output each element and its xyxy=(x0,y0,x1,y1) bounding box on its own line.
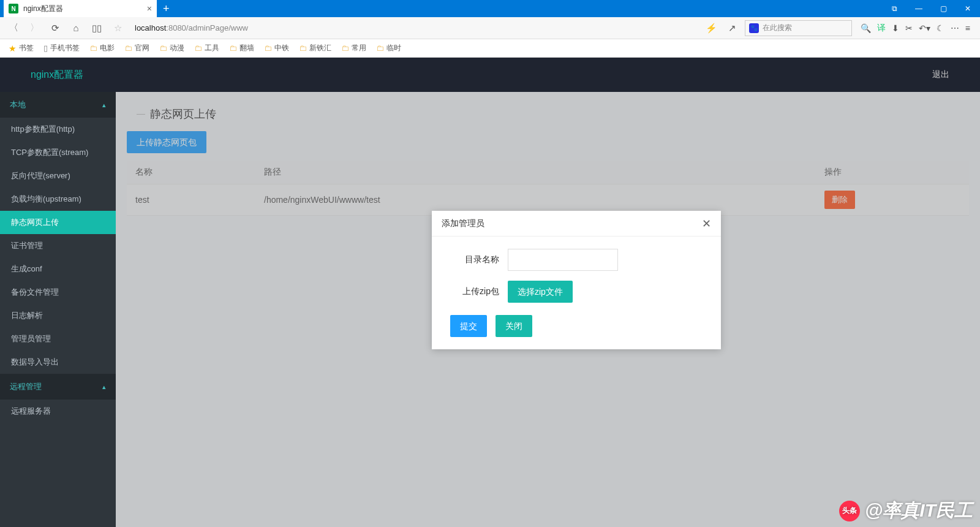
close-button[interactable]: 关闭 xyxy=(496,315,532,337)
add-admin-dialog: 添加管理员 ✕ 目录名称 上传zip包 选择zip文件 提交 关闭 xyxy=(432,211,721,349)
download-icon[interactable]: ⬇ xyxy=(892,23,899,33)
forward-button[interactable]: 〉 xyxy=(26,20,43,37)
app-logo: nginx配置器 xyxy=(31,69,83,82)
sidebar-item-logs[interactable]: 日志解析 xyxy=(0,304,116,327)
share-icon[interactable]: ↗ xyxy=(724,20,741,37)
back-button[interactable]: 〈 xyxy=(5,20,22,37)
logout-link[interactable]: 退出 xyxy=(932,69,949,80)
bookmark-folder[interactable]: 🗀中铁 xyxy=(260,42,293,55)
cut-icon[interactable]: ✂ xyxy=(905,23,913,33)
bookmark-folder[interactable]: 🗀电影 xyxy=(86,42,118,55)
bookmark-folder[interactable]: 🗀新铁汇 xyxy=(295,42,335,55)
sidebar-item-remote-server[interactable]: 远程服务器 xyxy=(0,400,116,423)
sidebar-item-server[interactable]: 反向代理(server) xyxy=(0,164,116,188)
bookmark-mobile[interactable]: ▯ 手机书签 xyxy=(40,42,83,55)
tab-title: nginx配置器 xyxy=(23,4,63,14)
dialog-header: 添加管理员 ✕ xyxy=(432,211,721,237)
phone-icon: ▯ xyxy=(43,44,48,53)
search-placeholder: 在此搜索 xyxy=(763,23,792,33)
sidebar-item-data[interactable]: 数据导入导出 xyxy=(0,351,116,374)
folder-icon: 🗀 xyxy=(341,44,349,53)
main-content: 静态网页上传 上传静态网页包 名称 路径 操作 test /home/nginx… xyxy=(116,92,980,527)
bookmark-folder[interactable]: 🗀翻墙 xyxy=(225,42,258,55)
sidebar-item-http[interactable]: http参数配置(http) xyxy=(0,118,116,141)
chevron-up-icon: ▴ xyxy=(102,383,106,391)
tab-close-icon[interactable]: × xyxy=(147,4,152,13)
bookmarks-label: 书签 xyxy=(19,43,34,53)
home-button[interactable]: ⌂ xyxy=(67,20,85,37)
reload-button[interactable]: ⟳ xyxy=(47,20,64,37)
folder-icon: 🗀 xyxy=(229,44,237,53)
bookmark-folder[interactable]: 🗀动漫 xyxy=(156,42,188,55)
more-icon[interactable]: ⋯ xyxy=(951,23,959,33)
nginx-favicon-icon: N xyxy=(9,4,18,13)
undo-icon[interactable]: ↶▾ xyxy=(919,23,930,33)
new-tab-button[interactable]: + xyxy=(157,2,176,15)
label-upload-zip: 上传zip包 xyxy=(450,286,499,297)
folder-icon: 🗀 xyxy=(264,44,272,53)
dialog-close-icon[interactable]: ✕ xyxy=(702,217,711,230)
browser-navbar: 〈 〉 ⟳ ⌂ ▯▯ ☆ localhost:8080/adminPage/ww… xyxy=(0,17,980,39)
sidebar-group-local[interactable]: 本地 ▴ xyxy=(0,92,116,118)
label-dirname: 目录名称 xyxy=(450,254,499,265)
flash-icon[interactable]: ⚡ xyxy=(703,20,720,37)
browser-tab[interactable]: N nginx配置器 × xyxy=(4,0,157,17)
sidebar-item-admin[interactable]: 管理员管理 xyxy=(0,327,116,351)
search-icon[interactable]: 🔍 xyxy=(861,23,871,33)
browser-titlebar: 🌐 N nginx配置器 × + ⧉ ― ▢ ✕ xyxy=(0,0,980,17)
search-box[interactable]: 🐾 在此搜索 xyxy=(745,20,852,36)
sidebar-item-static-upload[interactable]: 静态网页上传 xyxy=(0,211,116,234)
sidebar-item-upstream[interactable]: 负载均衡(upstream) xyxy=(0,188,116,211)
bookmarks-bar: ★ 书签 ▯ 手机书签 🗀电影 🗀官网 🗀动漫 🗀工具 🗀翻墙 🗀中铁 🗀新铁汇… xyxy=(0,39,980,58)
minimize-button[interactable]: ― xyxy=(907,0,931,17)
folder-icon: 🗀 xyxy=(299,44,307,53)
sidebar-item-backup[interactable]: 备份文件管理 xyxy=(0,281,116,304)
menu-icon[interactable]: ≡ xyxy=(965,23,970,33)
sidebar-item-tcp[interactable]: TCP参数配置(stream) xyxy=(0,141,116,164)
url-host: localhost xyxy=(135,23,166,32)
baidu-icon: 🐾 xyxy=(749,23,759,33)
reader-icon[interactable]: ▯▯ xyxy=(88,20,105,37)
window-controls: ⧉ ― ▢ ✕ xyxy=(882,0,980,17)
submit-button[interactable]: 提交 xyxy=(450,315,487,337)
star-icon: ★ xyxy=(9,44,17,53)
chevron-up-icon: ▴ xyxy=(102,101,106,109)
dialog-title: 添加管理员 xyxy=(442,218,484,229)
bookmark-folder[interactable]: 🗀工具 xyxy=(190,42,223,55)
toutiao-logo-icon: 头条 xyxy=(839,501,860,521)
close-window-button[interactable]: ✕ xyxy=(956,0,980,17)
dirname-input[interactable] xyxy=(508,249,618,271)
maximize-button[interactable]: ▢ xyxy=(931,0,956,17)
extension-icon[interactable]: ⧉ xyxy=(882,0,907,17)
folder-icon: 🗀 xyxy=(89,44,97,53)
favorite-icon[interactable]: ☆ xyxy=(109,20,126,37)
bookmark-folder[interactable]: 🗀常用 xyxy=(337,42,370,55)
sidebar-group-remote[interactable]: 远程管理 ▴ xyxy=(0,374,116,400)
sidebar-item-cert[interactable]: 证书管理 xyxy=(0,234,116,257)
app-header: nginx配置器 退出 xyxy=(0,58,980,92)
watermark: 头条 @率真IT民工 xyxy=(839,498,973,523)
darkmode-icon[interactable]: ☾ xyxy=(937,23,944,33)
folder-icon: 🗀 xyxy=(124,44,132,53)
folder-icon: 🗀 xyxy=(194,44,202,53)
bookmarks-root[interactable]: ★ 书签 xyxy=(5,42,37,55)
sidebar: 本地 ▴ http参数配置(http) TCP参数配置(stream) 反向代理… xyxy=(0,92,116,527)
address-bar[interactable]: localhost:8080/adminPage/www xyxy=(130,20,699,37)
translate-icon[interactable]: 译 xyxy=(877,23,886,34)
folder-icon: 🗀 xyxy=(159,44,167,53)
bookmark-folder[interactable]: 🗀临时 xyxy=(372,42,405,55)
url-path: :8080/adminPage/www xyxy=(166,23,248,32)
sidebar-item-conf[interactable]: 生成conf xyxy=(0,257,116,281)
choose-zip-button[interactable]: 选择zip文件 xyxy=(508,281,573,303)
bookmark-folder[interactable]: 🗀官网 xyxy=(121,42,153,55)
folder-icon: 🗀 xyxy=(376,44,384,53)
